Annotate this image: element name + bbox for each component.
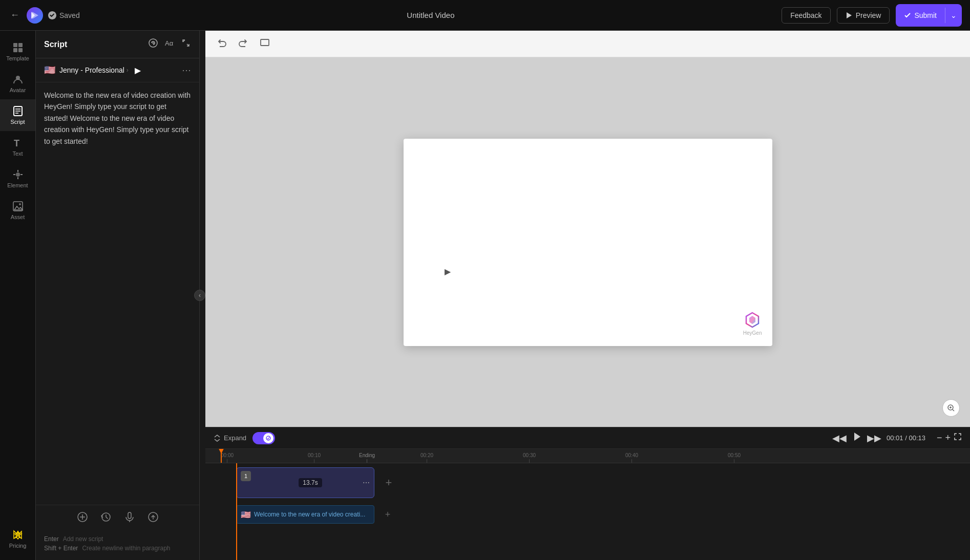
avatar-dropdown-chevron: › — [126, 67, 129, 74]
fit-screen-button[interactable] — [257, 35, 273, 52]
sidebar-item-asset[interactable]: Asset — [0, 195, 35, 226]
icon-sidebar: Template Avatar Script T Text — [0, 31, 36, 560]
sidebar-item-script[interactable]: Script — [0, 99, 35, 131]
timeline-ruler: 00:00 00:10 Ending 00:20 — [205, 449, 970, 463]
script-text-content[interactable]: Welcome to the new era of video creation… — [44, 90, 191, 147]
timeline-time-display: 00:01 / 00:13 — [887, 434, 925, 442]
subtitle-track: 🇺🇸 Welcome to the new era of video creat… — [205, 505, 970, 525]
scene-duration: 13.7s — [299, 478, 322, 487]
hint-desc-shift-enter: Create newline within paragraph — [82, 545, 170, 552]
expand-panel-button[interactable] — [181, 38, 191, 51]
script-hint-shift-enter: Shift + Enter Create newline within para… — [44, 545, 191, 552]
video-title[interactable]: Untitled Video — [407, 11, 454, 19]
preview-button[interactable]: Preview — [837, 7, 890, 24]
script-hint-enter: Enter Add new script — [44, 535, 191, 543]
timeline-content: 1 13.7s ⋯ + 🇺🇸 Welcome to the new era of… — [205, 463, 970, 560]
timeline: Expand ◀◀ ▶▶ — [205, 427, 970, 560]
avatar-name-button[interactable]: Jenny - Professional › — [59, 66, 129, 74]
timeline-skip-back-button[interactable]: ◀◀ — [832, 433, 847, 444]
svg-line-29 — [953, 410, 954, 411]
sidebar-item-script-label: Script — [10, 119, 25, 125]
scene-number: 1 — [241, 471, 251, 481]
svg-text:Aα: Aα — [165, 39, 174, 47]
zoom-icon — [947, 404, 955, 412]
scene-more-button[interactable]: ⋯ — [363, 479, 370, 487]
avatar-more-button[interactable]: ⋯ — [182, 64, 191, 76]
script-text-area[interactable]: Welcome to the new era of video creation… — [36, 82, 199, 505]
avatar-name-label: Jenny - Professional — [59, 66, 124, 74]
timeline-zoom-in-button[interactable]: + — [945, 433, 951, 443]
avatar-flag: 🇺🇸 — [44, 64, 55, 76]
topbar-center: Untitled Video — [86, 11, 775, 19]
heygen-watermark: HeyGen — [743, 311, 762, 336]
avatar-icon — [12, 74, 24, 85]
ai-assist-button[interactable] — [148, 38, 158, 51]
expand-icon — [214, 435, 221, 442]
voice-record-button[interactable] — [124, 511, 135, 525]
history-button[interactable] — [100, 511, 112, 525]
svg-rect-5 — [13, 48, 17, 52]
collapse-panel-handle[interactable]: ‹ — [194, 290, 205, 301]
subtitle-block[interactable]: 🇺🇸 Welcome to the new era of video creat… — [236, 505, 374, 524]
sidebar-item-template-label: Template — [6, 55, 29, 61]
main-layout: Template Avatar Script T Text — [0, 31, 970, 560]
sidebar-item-pricing[interactable]: Pricing — [0, 523, 35, 555]
ruler-mark-3: 00:30 — [523, 453, 536, 463]
feedback-button[interactable]: Feedback — [782, 7, 830, 24]
ruler-mark-2: 00:20 — [420, 453, 433, 463]
add-subtitle-button[interactable]: + — [381, 507, 395, 522]
back-button[interactable]: ← — [8, 8, 22, 23]
timeline-fullscreen-button[interactable] — [954, 433, 962, 443]
svg-point-18 — [153, 42, 154, 44]
timeline-play-button[interactable] — [852, 432, 862, 444]
add-scene-button[interactable]: + — [381, 475, 397, 491]
hint-key-enter: Enter — [44, 535, 59, 543]
script-panel-header: Script Aα — [36, 31, 199, 58]
avatar-play-button[interactable]: ▶ — [135, 66, 141, 75]
sidebar-item-pricing-label: Pricing — [9, 543, 27, 549]
svg-rect-4 — [18, 43, 23, 47]
translate-button[interactable]: Aα — [164, 38, 175, 51]
sidebar-item-avatar[interactable]: Avatar — [0, 68, 35, 99]
topbar-right: Feedback Preview Submit ⌄ — [782, 4, 962, 27]
timeline-subtitle-toggle[interactable] — [252, 432, 275, 444]
timeline-zoom-controls: − + — [937, 433, 962, 443]
subtitle-text: Welcome to the new era of video creati..… — [254, 511, 365, 518]
timeline-skip-forward-button[interactable]: ▶▶ — [867, 433, 881, 444]
canvas-viewport[interactable]: ▶ HeyGen — [205, 57, 970, 427]
canvas-slide[interactable]: ▶ HeyGen — [404, 139, 772, 346]
svg-point-32 — [266, 436, 270, 440]
svg-point-14 — [19, 203, 21, 205]
element-icon — [12, 169, 24, 180]
timeline-zoom-out-button[interactable]: − — [937, 433, 942, 443]
ruler-mark-4: 00:40 — [625, 453, 638, 463]
timeline-tracks: 1 13.7s ⋯ + 🇺🇸 Welcome to the new era of… — [205, 463, 970, 560]
upload-audio-button[interactable] — [147, 511, 159, 525]
sidebar-item-element[interactable]: Element — [0, 163, 35, 195]
text-icon: T — [12, 137, 24, 148]
sidebar-item-text[interactable]: T Text — [0, 131, 35, 163]
scene-track: 1 13.7s ⋯ + — [205, 467, 970, 500]
expand-label: Expand — [224, 434, 246, 442]
play-icon — [846, 12, 853, 19]
zoom-button[interactable] — [942, 399, 960, 417]
subtitle-flag: 🇺🇸 — [241, 510, 251, 520]
saved-status: Saved — [48, 11, 80, 19]
template-icon — [12, 42, 24, 53]
check-icon — [904, 12, 911, 19]
svg-rect-3 — [13, 43, 17, 47]
submit-main-button[interactable]: Submit — [896, 8, 945, 23]
sidebar-item-template[interactable]: Template — [0, 36, 35, 68]
scene-block[interactable]: 1 13.7s ⋯ — [236, 467, 374, 498]
ruler-mark-0: 00:00 — [221, 453, 234, 463]
redo-button[interactable] — [235, 35, 251, 52]
svg-marker-2 — [847, 12, 852, 18]
undo-button[interactable] — [214, 35, 230, 52]
script-panel: Script Aα — [36, 31, 200, 560]
add-scene-script-button[interactable] — [77, 511, 88, 525]
svg-point-13 — [16, 173, 20, 177]
script-panel-title: Script — [44, 40, 67, 49]
sidebar-item-asset-label: Asset — [11, 214, 25, 220]
submit-dropdown-button[interactable]: ⌄ — [945, 8, 962, 23]
timeline-expand-button[interactable]: Expand — [214, 434, 246, 442]
